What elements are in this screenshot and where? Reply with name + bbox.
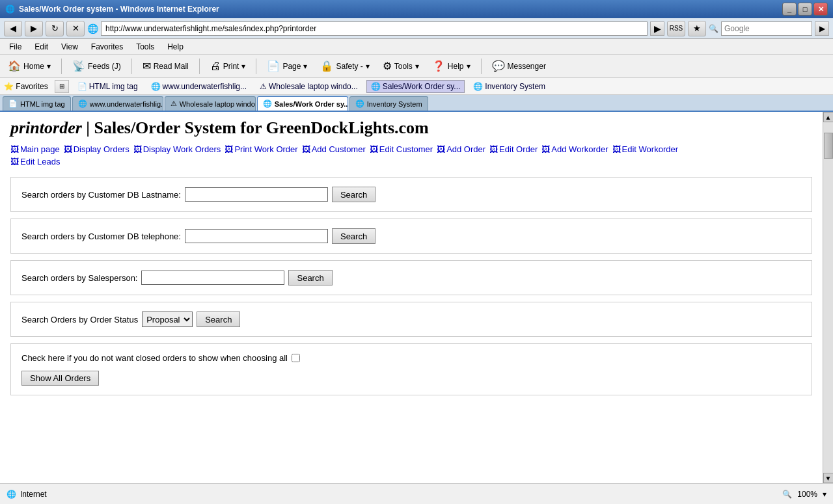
read-mail-button[interactable]: ✉ Read Mail <box>139 58 193 74</box>
search-status-select[interactable]: Proposal Active Closed All <box>142 312 193 327</box>
status-zoom-label: 100% <box>797 490 817 499</box>
menu-file[interactable]: File <box>4 41 27 53</box>
tab-sales[interactable]: 🌐 Sales/Work Order sy... ✕ <box>257 96 348 111</box>
help-icon: ❓ <box>432 60 445 72</box>
address-input[interactable] <box>101 21 648 36</box>
window-title: Sales/Work Order system - Windows Intern… <box>19 5 219 14</box>
closed-orders-box: Check here if you do not want closed ord… <box>10 343 812 395</box>
menu-favorites[interactable]: Favorites <box>86 41 128 53</box>
menu-tools[interactable]: Tools <box>131 41 159 53</box>
fav-item-underwater[interactable]: 🌐 www.underwaterfishlig... <box>146 80 251 93</box>
toolbar-sep-5 <box>481 59 482 74</box>
tab-wholesale-label: Wholesale laptop windo... <box>180 100 256 108</box>
safety-button[interactable]: 🔒 Safety - ▾ <box>316 58 373 74</box>
scrollbar-down-arrow[interactable]: ▼ <box>823 473 834 483</box>
print-arrow: ▾ <box>241 62 245 71</box>
browser-search-go[interactable]: ▶ <box>815 21 829 36</box>
title-bar-left: 🌐 Sales/Work Order system - Windows Inte… <box>5 5 219 14</box>
nav-display-workorders-label: Display Work Orders <box>143 144 221 154</box>
nav-add-customer[interactable]: 🖼 Add Customer <box>302 144 366 154</box>
status-left: 🌐 Internet <box>7 490 47 499</box>
feeds-button[interactable]: 📡 Feeds (J) <box>68 58 125 74</box>
address-go-button[interactable]: ▶ <box>650 21 664 36</box>
nav-display-orders[interactable]: 🖼 Display Orders <box>64 144 130 154</box>
tabs-bar: 📄 HTML img tag 🌐 www.underwaterfishlig..… <box>0 95 833 112</box>
show-all-orders-button[interactable]: Show All Orders <box>21 371 99 386</box>
tab-wholesale[interactable]: ⚠ Wholesale laptop windo... <box>165 96 256 111</box>
help-button[interactable]: ❓ Help ▾ <box>428 58 474 74</box>
favorites-view-btn[interactable]: ⊞ <box>55 80 69 93</box>
nav-add-customer-icon: 🖼 <box>302 144 310 154</box>
title-bar-buttons: _ □ ✕ <box>782 3 828 16</box>
nav-print-workorder-icon: 🖼 <box>225 144 233 154</box>
tab-sales-label: Sales/Work Order sy... <box>275 100 348 108</box>
status-bar: 🌐 Internet 🔍 100% ▾ <box>0 483 833 504</box>
search-status-box: Search Orders by Order Status Proposal A… <box>10 302 812 337</box>
page-arrow: ▾ <box>303 62 307 71</box>
browser-body: printorder | Sales/Order System for Gree… <box>0 112 833 483</box>
tab-html[interactable]: 📄 HTML img tag <box>3 96 71 111</box>
browser-search-input[interactable] <box>721 21 812 36</box>
nav-links: 🖼 Main page 🖼 Display Orders 🖼 Display W… <box>10 144 812 154</box>
fav-inventory-label: Inventory System <box>485 82 545 91</box>
menu-edit[interactable]: Edit <box>29 41 53 53</box>
home-button[interactable]: 🏠 Home ▾ <box>4 58 55 74</box>
page-title-normal: | Sales/Order System for GreenDockLights… <box>82 118 429 137</box>
nav-display-orders-icon: 🖼 <box>64 144 72 154</box>
search-salesperson-input[interactable] <box>141 271 284 285</box>
maximize-button[interactable]: □ <box>798 3 812 16</box>
refresh-button[interactable]: ↻ <box>46 21 64 36</box>
close-button[interactable]: ✕ <box>813 3 828 16</box>
home-label: Home <box>23 62 44 71</box>
fav-item-inventory[interactable]: 🌐 Inventory System <box>469 80 550 93</box>
print-button[interactable]: 🖨 Print ▾ <box>206 59 250 74</box>
nav-add-order[interactable]: 🖼 Add Order <box>437 144 485 154</box>
tab-underwater[interactable]: 🌐 www.underwaterfishlig... <box>72 96 163 111</box>
fav-inventory-icon: 🌐 <box>473 82 483 91</box>
search-telephone-button[interactable]: Search <box>332 228 376 244</box>
search-lastname-input[interactable] <box>185 187 328 202</box>
search-lastname-button[interactable]: Search <box>332 187 376 202</box>
nav-add-workorder[interactable]: 🖼 Add Workorder <box>541 144 608 154</box>
nav-edit-customer[interactable]: 🖼 Edit Customer <box>370 144 433 154</box>
fav-html-icon: 📄 <box>77 82 87 91</box>
search-status-button[interactable]: Search <box>197 312 240 327</box>
search-telephone-row: Search orders by Customer DB telephone: … <box>21 228 801 244</box>
nav-print-workorder[interactable]: 🖼 Print Work Order <box>225 144 297 154</box>
nav-edit-order[interactable]: 🖼 Edit Order <box>489 144 538 154</box>
tools-button[interactable]: ⚙ Tools ▾ <box>379 58 423 74</box>
search-salesperson-row: Search orders by Salesperson: Search <box>21 270 801 285</box>
scrollbar-thumb[interactable] <box>824 133 833 159</box>
search-salesperson-button[interactable]: Search <box>288 270 332 285</box>
fav-item-wholesale[interactable]: ⚠ Wholesale laptop windo... <box>255 80 362 93</box>
menu-help[interactable]: Help <box>162 41 189 53</box>
favorites-button[interactable]: ★ <box>688 21 706 36</box>
fav-html-label: HTML img tag <box>89 82 138 91</box>
status-internet-icon: 🌐 <box>7 490 16 499</box>
stop-button[interactable]: ✕ <box>66 21 85 36</box>
menu-bar: File Edit View Favorites Tools Help <box>0 39 833 55</box>
fav-underwater-label: www.underwaterfishlig... <box>163 82 247 91</box>
fav-item-sales[interactable]: 🌐 Sales/Work Order sy... <box>366 80 465 93</box>
nav-edit-workorder[interactable]: 🖼 Edit Workorder <box>612 144 678 154</box>
closed-orders-checkbox[interactable] <box>292 354 300 362</box>
nav-links-second: 🖼 Edit Leads <box>10 157 812 166</box>
fav-item-html[interactable]: 📄 HTML img tag <box>73 80 143 93</box>
nav-display-workorders[interactable]: 🖼 Display Work Orders <box>133 144 221 154</box>
scrollbar-up-arrow[interactable]: ▲ <box>823 112 834 122</box>
nav-edit-leads-label: Edit Leads <box>20 157 60 166</box>
menu-view[interactable]: View <box>56 41 83 53</box>
search-telephone-input[interactable] <box>185 229 328 243</box>
back-button[interactable]: ◀ <box>4 21 22 36</box>
page-button[interactable]: 📄 Page ▾ <box>263 58 311 74</box>
messenger-button[interactable]: 💬 Messenger <box>488 58 550 74</box>
nav-edit-leads[interactable]: 🖼 Edit Leads <box>10 157 60 166</box>
rss-button[interactable]: RSS <box>667 21 685 36</box>
forward-button[interactable]: ▶ <box>25 21 43 36</box>
tools-arrow: ▾ <box>415 62 419 71</box>
nav-main-page[interactable]: 🖼 Main page <box>10 144 60 154</box>
search-telephone-box: Search orders by Customer DB telephone: … <box>10 219 812 254</box>
home-arrow: ▾ <box>47 62 51 71</box>
minimize-button[interactable]: _ <box>782 3 797 16</box>
tab-inventory[interactable]: 🌐 Inventory System <box>349 96 428 111</box>
